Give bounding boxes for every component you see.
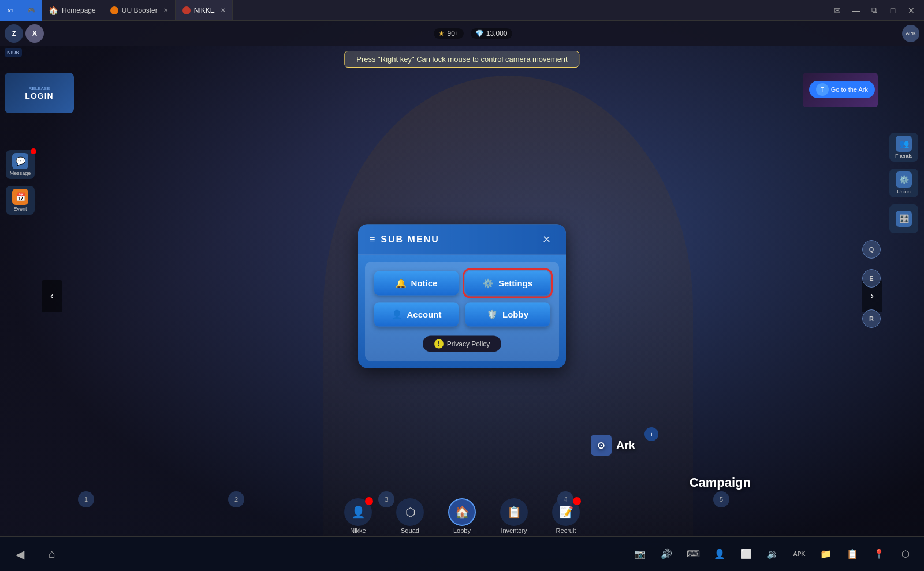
- e-key-hint: E: [862, 269, 881, 288]
- toolbar-center: ★ 90+ 💎 13.000: [46, 28, 900, 39]
- union-label: Union: [897, 189, 911, 195]
- submenu-body: 🔔 Notice ⚙️ Settings 👤 Account 🛡️ Lobby …: [365, 262, 559, 361]
- tab-nikke[interactable]: NIKKE ✕: [176, 0, 233, 20]
- nav-recruit[interactable]: 📝 Recruit: [540, 498, 592, 536]
- location-icon[interactable]: 📍: [870, 545, 888, 563]
- nav-arrow-left[interactable]: ‹: [42, 280, 62, 312]
- filter-icon: 🎛️: [896, 211, 912, 227]
- squad-nav-icon: ⬡: [396, 498, 424, 526]
- stat-currency: 💎 13.000: [471, 28, 512, 39]
- filter-sidebar-item[interactable]: 🎛️: [889, 204, 918, 233]
- tab-list: 🏠 Homepage UU Booster ✕ NIKKE ✕: [42, 0, 825, 20]
- tab-close-nikke[interactable]: ✕: [221, 7, 225, 13]
- event-icon: 📅: [12, 189, 28, 205]
- game-bottom-nav: 1 2 3 4 5 👤 Nikke ⬡ Squad 🏠 Lobby 📋: [0, 490, 924, 536]
- stat-bar: ★ 90+: [434, 28, 463, 39]
- event-sidebar-item[interactable]: 📅 Event: [6, 186, 35, 215]
- hint-bar: Press "Right key" Can lock mouse to cont…: [344, 51, 579, 68]
- nav-lobby[interactable]: 🏠 Lobby: [436, 498, 488, 536]
- event-label: Event: [13, 206, 27, 212]
- submenu-title: ≡ SUB MENU: [370, 234, 439, 244]
- bell-icon: 🔔: [396, 278, 407, 288]
- keyboard-icon[interactable]: ⌨: [684, 545, 702, 563]
- x-shortcut-button[interactable]: X: [25, 24, 44, 43]
- union-sidebar-item[interactable]: ⚙️ Union: [889, 169, 918, 197]
- menu-lines-icon: ≡: [370, 234, 376, 244]
- submenu-header: ≡ SUB MENU ✕: [358, 224, 566, 255]
- privacy-policy-button[interactable]: ! Privacy Policy: [423, 335, 502, 352]
- titlebar: 51 🎮 🏠 Homepage UU Booster ✕ NIKKE ✕ ✉ —…: [0, 0, 924, 21]
- settings-button[interactable]: ⚙️ Settings: [465, 271, 550, 295]
- nav-nikke[interactable]: 👤 Nikke: [332, 498, 384, 536]
- submenu-close-button[interactable]: ✕: [538, 231, 554, 247]
- toolbar-right: APK: [902, 25, 919, 42]
- minimize-button[interactable]: —: [848, 2, 864, 18]
- gear-icon: ⚙️: [483, 278, 494, 288]
- nav-inventory[interactable]: 📋 Inventory: [488, 498, 540, 536]
- account-button[interactable]: 👤 Account: [374, 302, 459, 326]
- home-button[interactable]: ⌂: [42, 544, 62, 565]
- ark-icon: ⊙: [591, 435, 612, 456]
- apk-icon[interactable]: APK: [790, 545, 808, 563]
- close-button[interactable]: ✕: [903, 2, 919, 18]
- clipboard-icon[interactable]: 📋: [843, 545, 862, 563]
- tab-close-uu[interactable]: ✕: [163, 7, 168, 13]
- sound-icon[interactable]: 🔉: [763, 545, 782, 563]
- window-controls: ✉ — ⧉ □ ✕: [825, 0, 924, 20]
- email-icon[interactable]: ✉: [829, 2, 845, 18]
- maximize-button[interactable]: □: [885, 2, 901, 18]
- tab-homepage[interactable]: 🏠 Homepage: [42, 0, 103, 20]
- back-button[interactable]: ◀: [9, 544, 30, 565]
- uu-booster-icon: [110, 6, 118, 14]
- friends-label: Friends: [895, 153, 912, 159]
- game-toolbar: Z X ★ 90+ 💎 13.000 APK: [0, 21, 924, 46]
- main-content: Z X ★ 90+ 💎 13.000 APK Press "Right key"…: [0, 21, 924, 571]
- submenu-dialog: ≡ SUB MENU ✕ 🔔 Notice ⚙️ Settings 👤 Acco…: [358, 224, 566, 368]
- taskbar-nav: ◀ ⌂: [9, 544, 62, 565]
- lobby-button[interactable]: 🛡️ Lobby: [465, 302, 550, 326]
- tab-uu-booster[interactable]: UU Booster ✕: [103, 0, 176, 20]
- taskbar-icons: 📷 🔊 ⌨ 👤 ⬜ 🔉 APK 📁 📋 📍 ⬡: [631, 545, 915, 563]
- campaign-area[interactable]: Campaign: [690, 475, 751, 490]
- message-label: Message: [10, 170, 31, 176]
- goto-ark-avatar: T: [816, 83, 829, 96]
- nikke-badge: [365, 497, 373, 505]
- privacy-section: ! Privacy Policy: [374, 335, 550, 352]
- nav-squad[interactable]: ⬡ Squad: [384, 498, 436, 536]
- friends-sidebar-item[interactable]: 👥 Friends: [889, 133, 918, 162]
- exclamation-icon: !: [434, 339, 444, 348]
- camera-icon[interactable]: 📷: [631, 545, 649, 563]
- message-badge: [31, 148, 36, 154]
- taskbar: ◀ ⌂ 📷 🔊 ⌨ 👤 ⬜ 🔉 APK 📁 📋 📍 ⬡: [0, 536, 924, 571]
- gamepad-icon[interactable]: 👤: [710, 545, 729, 563]
- recruit-badge: [573, 497, 581, 505]
- z-shortcut-button[interactable]: Z: [5, 24, 23, 43]
- inventory-nav-icon: 📋: [500, 498, 528, 526]
- ark-area[interactable]: ⊙ Ark: [591, 435, 635, 456]
- folder-icon[interactable]: 📁: [817, 545, 835, 563]
- mumu-icon: 🎮: [21, 0, 42, 21]
- lobby-nav-icon: 🏠: [448, 498, 476, 526]
- page-num-2: 2: [228, 491, 244, 507]
- r-key-hint: R: [862, 309, 881, 328]
- friends-icon: 👥: [896, 136, 912, 152]
- notice-button[interactable]: 🔔 Notice: [374, 271, 459, 295]
- person-icon: 👤: [392, 309, 403, 319]
- page-num-5: 5: [713, 491, 729, 507]
- grid-icon[interactable]: ⬡: [896, 545, 915, 563]
- nikke-nav-icon: 👤: [344, 498, 372, 526]
- shield-icon: 🛡️: [487, 309, 498, 319]
- volume-icon[interactable]: 🔊: [657, 545, 676, 563]
- apk-button[interactable]: APK: [902, 25, 919, 42]
- nikke-tab-icon: [182, 6, 191, 14]
- page-num-1: 1: [78, 491, 94, 507]
- app-logo: 51: [0, 0, 21, 21]
- screen-icon[interactable]: ⬜: [737, 545, 755, 563]
- message-sidebar-item[interactable]: 💬 Message: [6, 150, 35, 179]
- goto-ark-button[interactable]: T Go to the Ark: [809, 81, 875, 98]
- recruit-nav-icon: 📝: [552, 498, 580, 526]
- restore-button[interactable]: ⧉: [866, 2, 882, 18]
- message-icon: 💬: [12, 153, 28, 169]
- info-badge: i: [644, 427, 658, 441]
- q-key-hint: Q: [862, 240, 881, 259]
